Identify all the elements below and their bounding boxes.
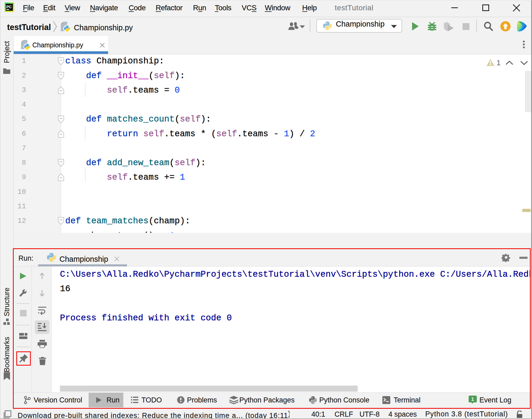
svg-text:PC: PC xyxy=(6,4,12,9)
svg-text:1: 1 xyxy=(471,396,474,402)
